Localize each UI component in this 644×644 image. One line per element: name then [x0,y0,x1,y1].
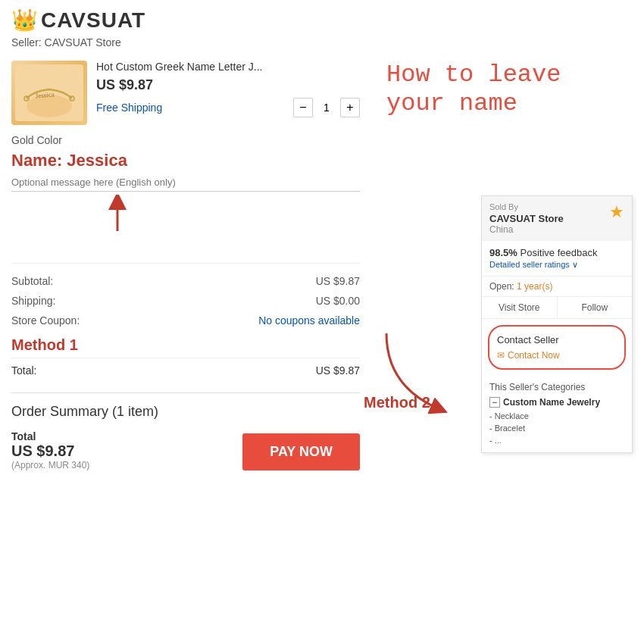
method1-arrow-icon [102,195,133,233]
category-sub3: - ... [489,434,624,446]
category-sub2[interactable]: - Bracelet [489,422,624,434]
name-annotation: Name: Jessica [11,151,360,170]
qty-value: 1 [319,102,334,114]
method2-label: Method 2 [364,394,430,411]
categories-section: This Seller's Categories − Custom Name J… [482,376,632,452]
logo-area: 👑 CAVSUAT [0,0,644,36]
follow-button[interactable]: Follow [558,297,633,318]
product-row: Jessica Hot Custom Greek Name Letter J..… [11,61,360,125]
how-to-header: How to leave your name [386,61,629,119]
product-info: Hot Custom Greek Name Letter J... US $9.… [96,61,360,117]
order-summary-section: Order Summary (1 item) Total US $9.87 (A… [11,392,360,470]
shipping-value: US $0.00 [316,295,360,307]
order-total-price: US $9.87 [11,442,89,460]
arrow-area [11,195,360,233]
qty-minus-button[interactable]: − [293,98,313,117]
shipping-row: Free Shipping − 1 + [96,98,360,117]
seller-country: China [489,224,564,235]
product-price: US $9.87 [96,77,360,93]
seller-store-name: CAVSUAT Store [489,213,564,224]
approx-label: (Approx. MUR 340) [11,460,89,470]
color-label: Gold Color [11,134,360,146]
feedback-detail-link[interactable]: Detailed seller ratings [489,260,570,269]
feedback-percent: 98.5% [489,247,517,258]
contact-icon: ✉ [497,350,505,361]
qty-plus-button[interactable]: + [340,98,360,117]
feedback-section: 98.5% Positive feedback Detailed seller … [482,241,632,277]
pay-row: Total US $9.87 (Approx. MUR 340) PAY NOW [11,430,360,470]
total-amount: Total US $9.87 (Approx. MUR 340) [11,430,89,470]
contact-link-text: Contact Now [508,350,560,361]
contact-seller-section: Contact Seller ✉ Contact Now [488,325,626,370]
seller-label: Seller: CAVSUAT Store [0,36,644,56]
shipping-row-total: Shipping: US $0.00 [11,291,360,311]
subtotal-label: Subtotal: [11,275,53,287]
category-sub1[interactable]: - Necklace [489,410,624,422]
total-value: US $9.87 [316,364,360,377]
expand-icon: − [489,397,500,408]
coupon-row: Store Coupon: No coupons available [11,311,360,330]
seller-card-header: Sold By CAVSUAT Store China ★ [482,196,632,241]
method1-label: Method 1 [11,336,360,354]
message-input[interactable] [11,174,360,192]
product-svg: Jessica [15,64,83,121]
subtotal-row: Subtotal: US $9.87 [11,271,360,291]
contact-seller-wrapper: Contact Seller ✉ Contact Now [482,319,632,376]
total-label: Total: [11,364,36,377]
category-expand[interactable]: − Custom Name Jewelry [489,397,624,408]
open-label: Open: [489,281,514,292]
category-main-label: Custom Name Jewelry [503,397,600,408]
order-summary-title: Order Summary (1 item) [11,404,360,420]
order-total-label: Total [11,430,89,442]
star-badge-icon: ★ [609,202,624,222]
sold-by-info: Sold By CAVSUAT Store China [489,202,564,235]
product-title: Hot Custom Greek Name Letter J... [96,61,360,73]
totals-section: Subtotal: US $9.87 Shipping: US $0.00 St… [11,263,360,380]
header-line1: How to leave [386,61,629,89]
pay-now-button[interactable]: PAY NOW [242,433,360,470]
contact-now-link[interactable]: ✉ Contact Now [497,350,617,361]
categories-title: This Seller's Categories [489,382,624,392]
logo-text: CAVSUAT [41,8,145,33]
qty-control: − 1 + [293,98,360,117]
shipping-label: Shipping: [11,295,55,307]
free-shipping-label: Free Shipping [96,102,162,114]
header-line2: your name [386,89,629,118]
total-row-final: Total: US $9.87 [11,358,360,380]
open-section: Open: 1 year(s) [482,277,632,297]
contact-seller-title: Contact Seller [497,334,617,345]
seller-card: Sold By CAVSUAT Store China ★ 98.5% Posi… [481,195,633,453]
visit-store-button[interactable]: Visit Store [482,297,558,318]
sold-by-label: Sold By [489,202,564,211]
logo-crown-icon: 👑 [11,8,38,33]
product-image: Jessica [11,61,87,125]
open-years: 1 year(s) [517,281,552,292]
coupon-value[interactable]: No coupons available [258,314,360,327]
feedback-positive: Positive feedback [521,247,598,258]
subtotal-value: US $9.87 [316,275,360,287]
coupon-label: Store Coupon: [11,314,80,327]
left-panel: Jessica Hot Custom Greek Name Letter J..… [0,61,371,470]
visit-follow-row: Visit Store Follow [482,297,632,319]
